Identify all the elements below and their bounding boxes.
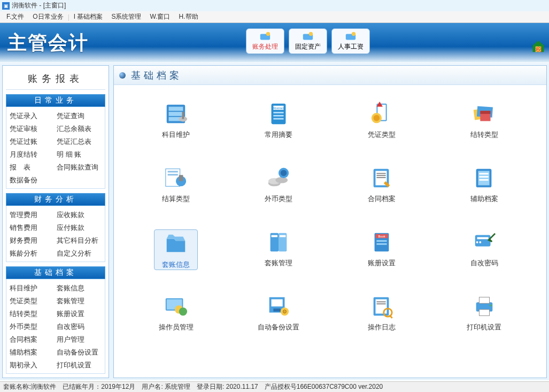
sidebar-item[interactable]: 账龄分析 [9,247,56,260]
sidebar-item[interactable]: 用户管理 [56,333,103,346]
sidebar-item[interactable]: 打印机设置 [56,359,103,372]
sidebar-item[interactable]: 报 表 [9,161,56,174]
sidebar-row: 凭证审核汇总余额表 [9,122,103,135]
sidebar-item[interactable]: 凭证类型 [9,295,56,308]
sidebar-row: 辅助档案自动备份设置 [9,346,103,359]
svg-point-61 [476,241,478,243]
sidebar-item[interactable]: 套账管理 [56,295,103,308]
svg-rect-58 [376,243,386,245]
sidebar-item[interactable]: 自改密码 [56,320,103,333]
sidebar-item[interactable]: 其它科目分析 [56,234,103,247]
grid-item-cabinet[interactable]: 科目维护 [144,100,208,140]
grid-item-label: 辅助档案 [470,194,498,204]
grid-item-keycard[interactable]: 自改密码 [452,228,516,268]
grid-item-coins[interactable]: 外币类型 [246,164,311,204]
grid-item-label: 打印机设置 [467,322,501,332]
users-icon [162,294,190,319]
grid-item-label: 科目维护 [162,130,190,140]
svg-rect-80 [479,310,489,316]
sidebar-row: 月度结转明 细 账 [9,148,103,161]
svg-rect-69 [274,309,281,312]
grid-item-users[interactable]: 操作员管理 [144,293,208,332]
sidebar-item[interactable]: 外币类型 [9,320,56,333]
sidebar-item[interactable]: 凭证过账 [9,135,56,148]
top-button-2[interactable]: 人事工资 [331,28,370,54]
sidebar-item[interactable]: 凭证审核 [9,122,56,135]
menu-system[interactable]: S系统管理 [107,12,145,21]
printer-icon [470,294,498,319]
grid-item-label: 合同档案 [368,194,396,204]
sidebar-item[interactable]: 自定义分析 [56,247,103,260]
svg-rect-42 [376,173,385,174]
grid-item-abstract[interactable]: Abstract常用摘要 [246,100,311,140]
sidebar-item[interactable]: 明 细 账 [56,148,103,161]
sidebar-row: 销售费用应付账款 [9,221,103,234]
grid-item-medal[interactable]: 凭证类型 [350,100,414,140]
tax-icon[interactable]: 税 [531,38,546,53]
app-icon: ▣ [2,2,10,10]
grid-item-label: 套账信息 [162,260,190,270]
svg-rect-47 [479,173,488,174]
svg-rect-11 [169,112,183,116]
sidebar-item[interactable]: 财务费用 [9,234,56,247]
svg-rect-29 [480,111,490,114]
svg-rect-74 [376,301,385,302]
sidebar-item[interactable]: 自动备份设置 [56,346,103,359]
svg-rect-31 [168,171,178,173]
menu-daily[interactable]: O日常业务 [28,12,67,21]
grid-item-label: 套账管理 [265,258,292,268]
grid-item-contract[interactable]: 合同档案 [350,164,414,204]
svg-point-62 [479,241,481,243]
sidebar-item[interactable]: 凭证查询 [56,110,103,122]
top-button-0[interactable]: 账务处理 [246,28,284,54]
sidebar-item[interactable]: 管理费用 [9,209,56,221]
sidebar-item[interactable]: 结转类型 [9,308,56,320]
svg-rect-53 [280,235,286,237]
grid-item-printer[interactable]: 打印机设置 [452,293,516,332]
sidebar-item[interactable]: 月度结转 [9,148,56,161]
svg-rect-43 [376,175,385,176]
grid-item-ledger[interactable]: 套账管理 [246,228,311,268]
sidebar-item[interactable]: 销售费用 [9,221,56,234]
stack-icon [470,101,498,127]
sidebar-item[interactable]: 数据备份 [9,174,56,187]
grid-item-log[interactable]: 操作日志 [350,293,414,332]
status-text: 套账名称:润衡软件 已结账年月：2019年12月 用户名: 系统管理 登录日期:… [3,382,383,391]
grid-item-book[interactable]: Book账册设置 [350,228,414,268]
sidebar-row: 数据备份 [9,174,103,187]
sidebar-item[interactable]: 应收账款 [56,209,103,221]
top-button-1[interactable]: 固定资产 [289,28,327,54]
auxfile-icon [470,165,498,191]
grid-item-stamp[interactable]: 结算类型 [144,164,208,204]
sidebar-item[interactable]: 套账信息 [56,282,103,295]
sidebar-item[interactable]: 期初录入 [9,359,56,372]
menu-basic[interactable]: I 基础档案 [69,12,107,21]
stamp-icon [162,165,190,191]
app-logo-text: 主管会计 [7,30,89,56]
menu-window[interactable]: W.窗口 [146,12,175,21]
sidebar-row: 外币类型自改密码 [9,320,103,333]
sidebar-item [56,174,103,187]
log-icon [368,294,396,319]
medal-icon [368,101,396,127]
sidebar-item[interactable]: 凭证录入 [9,110,56,122]
menu-help[interactable]: H.帮助 [175,12,203,21]
svg-point-3 [309,32,313,35]
status-bar: 套账名称:润衡软件 已结账年月：2019年12月 用户名: 系统管理 登录日期:… [0,381,549,392]
menu-file[interactable]: F.文件 [2,12,28,21]
sidebar-item[interactable]: 应付账款 [56,221,103,234]
grid-item-auxfile[interactable]: 辅助档案 [452,164,516,204]
grid-item-stack[interactable]: 结转类型 [452,100,516,140]
sidebar-item[interactable]: 汇总余额表 [56,122,103,135]
sidebar-item[interactable]: 科目维护 [9,282,56,295]
sidebar-item[interactable]: 凭证汇总表 [56,135,103,148]
grid-item-folder[interactable]: 套账信息 [144,228,208,270]
window-titlebar: ▣ 润衡软件 - [主窗口] [0,0,549,11]
sidebar-item[interactable]: 账册设置 [56,308,103,320]
icon-grid: 科目维护Abstract常用摘要凭证类型结转类型结算类型外币类型合同档案辅助档案… [114,85,546,378]
sidebar-item[interactable]: 辅助档案 [9,346,56,359]
grid-item-backup[interactable]: ⚙自动备份设置 [246,293,311,332]
sidebar-item[interactable]: 合同账款查询 [56,161,103,174]
sidebar-item[interactable]: 合同档案 [9,333,56,346]
svg-rect-44 [376,177,385,178]
